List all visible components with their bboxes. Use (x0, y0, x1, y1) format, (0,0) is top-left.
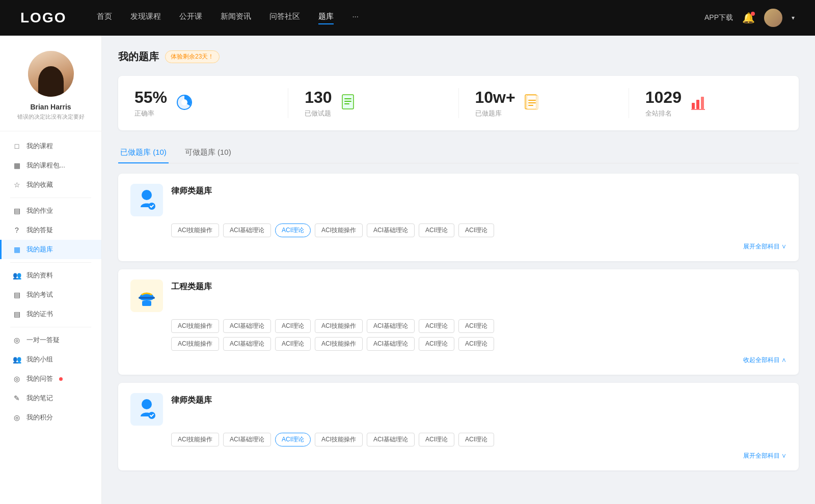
tag[interactable]: ACI理论 (419, 223, 454, 237)
svg-rect-12 (696, 100, 699, 109)
sidebar-item-label: 我的收藏 (26, 180, 53, 189)
tag[interactable]: ACI理论 (458, 223, 494, 237)
sidebar-item-points[interactable]: ◎ 我的积分 (0, 408, 101, 427)
tag[interactable]: ACI理论 (275, 319, 311, 333)
tag[interactable]: ACI理论 (419, 337, 454, 351)
tag[interactable]: ACI基础理论 (367, 337, 415, 351)
tab-available-banks[interactable]: 可做题库 (10) (183, 143, 233, 163)
exam-icon: ▤ (12, 291, 21, 299)
nav-news[interactable]: 新闻资讯 (221, 12, 251, 24)
tab-done-banks[interactable]: 已做题库 (10) (118, 143, 169, 163)
qbank-card-3: 律师类题库 ACI技能操作 ACI基础理论 ACI理论 ACI技能操作 ACI基… (118, 383, 799, 470)
sidebar-item-my-courses[interactable]: □ 我的课程 (0, 136, 101, 156)
tag[interactable]: ACI基础理论 (223, 319, 271, 333)
expand-button[interactable]: 展开全部科目 ∨ (130, 242, 786, 251)
stat-site-rank: 1029 全站排名 (629, 88, 799, 118)
tag[interactable]: ACI技能操作 (315, 319, 363, 333)
tag[interactable]: ACI技能操作 (171, 337, 219, 351)
nav-menu: 首页 发现课程 公开课 新闻资讯 问答社区 题库 ··· (97, 12, 704, 24)
stat-text: 55% 正确率 (134, 88, 167, 118)
nav-open-course[interactable]: 公开课 (179, 12, 202, 24)
questions-icon: ◎ (12, 375, 21, 383)
avatar-image (28, 51, 74, 97)
group-icon: 👥 (12, 355, 21, 363)
tag[interactable]: ACI基础理论 (223, 337, 271, 351)
logo[interactable]: LOGO (20, 10, 66, 26)
nav-right: APP下载 🔔 ▾ (704, 9, 795, 27)
notification-bell[interactable]: 🔔 (742, 12, 755, 24)
sidebar-item-qbank[interactable]: ▦ 我的题库 (0, 240, 101, 259)
sidebar-item-homework[interactable]: ▤ 我的作业 (0, 201, 101, 220)
tag[interactable]: ACI理论 (458, 337, 494, 351)
sidebar-item-group[interactable]: 👥 我的小组 (0, 350, 101, 369)
tag-active[interactable]: ACI理论 (275, 223, 311, 237)
nav-more[interactable]: ··· (352, 12, 359, 24)
tag[interactable]: ACI技能操作 (171, 433, 219, 446)
sidebar-item-favorites[interactable]: ☆ 我的收藏 (0, 175, 101, 194)
nav-qbank[interactable]: 题库 (318, 12, 334, 24)
sidebar-divider (10, 262, 91, 263)
tag[interactable]: ACI技能操作 (315, 433, 363, 446)
tag[interactable]: ACI理论 (458, 319, 494, 333)
tag[interactable]: ACI理论 (419, 319, 454, 333)
tag[interactable]: ACI技能操作 (315, 337, 363, 351)
stat-number: 1029 (645, 88, 682, 107)
sidebar-item-course-package[interactable]: ▦ 我的课程包... (0, 156, 101, 175)
nav-courses[interactable]: 发现课程 (130, 12, 161, 24)
tag[interactable]: ACI基础理论 (367, 433, 415, 446)
list-icon (524, 94, 541, 111)
sidebar-item-questions[interactable]: ◎ 我的问答 (0, 369, 101, 388)
qbank-title: 工程类题库 (171, 279, 212, 292)
qbank-icon-engineer (130, 279, 163, 312)
course-icon: □ (12, 142, 21, 150)
sidebar-item-label: 我的小组 (26, 355, 53, 364)
sidebar-item-exam[interactable]: ▤ 我的考试 (0, 285, 101, 304)
sidebar-item-label: 我的题库 (26, 245, 53, 254)
sidebar-item-label: 我的资料 (26, 271, 53, 280)
collapse-button[interactable]: 收起全部科目 ∧ (130, 356, 786, 365)
nav-qa[interactable]: 问答社区 (269, 12, 300, 24)
sidebar-item-label: 我的答疑 (26, 226, 53, 235)
qbank-icon-lawyer (130, 184, 163, 216)
qbank-title: 律师类题库 (171, 184, 212, 197)
sidebar-divider (10, 198, 91, 198)
qbank-tags-2-row2: ACI技能操作 ACI基础理论 ACI理论 ACI技能操作 ACI基础理论 AC… (171, 337, 786, 351)
sidebar-item-certificate[interactable]: ▤ 我的证书 (0, 304, 101, 324)
tag[interactable]: ACI基础理论 (223, 433, 271, 446)
qbank-icon: ▦ (12, 245, 21, 254)
tag[interactable]: ACI技能操作 (171, 319, 219, 333)
star-icon: ☆ (12, 181, 21, 189)
expand-button[interactable]: 展开全部科目 ∨ (130, 452, 786, 460)
stat-icon-chart (690, 94, 707, 113)
tag[interactable]: ACI理论 (275, 337, 311, 351)
stat-label: 已做题库 (475, 109, 515, 118)
app-download-button[interactable]: APP下载 (704, 13, 733, 22)
user-avatar[interactable] (764, 9, 782, 27)
tag-active[interactable]: ACI理论 (275, 433, 311, 446)
stat-text: 130 已做试题 (305, 88, 332, 118)
tag[interactable]: ACI技能操作 (315, 223, 363, 237)
sidebar-avatar[interactable] (28, 51, 74, 97)
sidebar-item-qa[interactable]: ? 我的答疑 (0, 220, 101, 240)
qbank-title: 律师类题库 (171, 393, 212, 406)
main-layout: Brian Harris 错误的决定比没有决定要好 □ 我的课程 ▦ 我的课程包… (0, 36, 815, 504)
tag[interactable]: ACI技能操作 (171, 223, 219, 237)
tag[interactable]: ACI理论 (419, 433, 454, 446)
tag[interactable]: ACI基础理论 (367, 319, 415, 333)
sidebar-profile: Brian Harris 错误的决定比没有决定要好 (0, 51, 101, 131)
user-menu-chevron[interactable]: ▾ (792, 14, 795, 21)
nav-home[interactable]: 首页 (97, 12, 112, 24)
tag[interactable]: ACI基础理论 (223, 223, 271, 237)
tag[interactable]: ACI理论 (458, 433, 494, 446)
sidebar-item-notes[interactable]: ✎ 我的笔记 (0, 388, 101, 408)
sidebar-item-tutoring[interactable]: ◎ 一对一答疑 (0, 330, 101, 350)
svg-rect-20 (142, 301, 151, 306)
svg-rect-13 (701, 97, 704, 109)
package-icon: ▦ (12, 161, 21, 170)
notes-icon: ✎ (12, 394, 21, 402)
sidebar-item-profile[interactable]: 👥 我的资料 (0, 266, 101, 285)
notification-dot (751, 12, 755, 16)
certificate-icon: ▤ (12, 310, 21, 318)
tag[interactable]: ACI基础理论 (367, 223, 415, 237)
stat-number: 130 (305, 88, 332, 107)
